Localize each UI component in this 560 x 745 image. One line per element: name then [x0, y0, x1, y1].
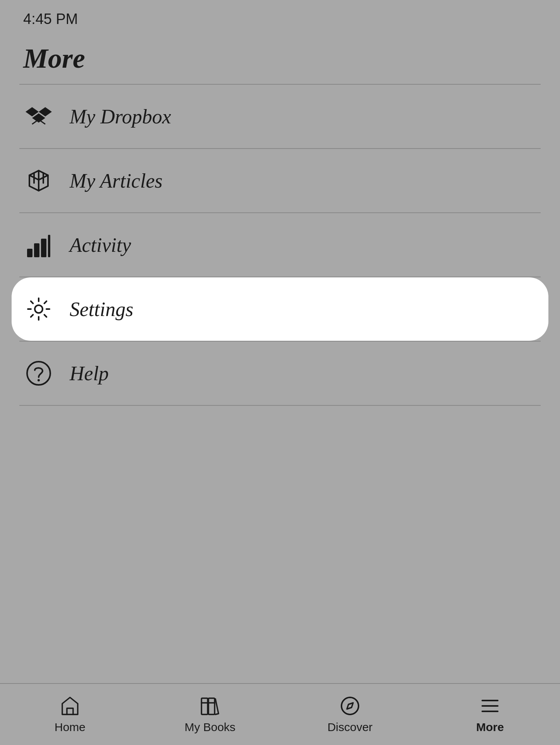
menu-item-articles[interactable]: My Articles — [0, 149, 560, 212]
nav-discover[interactable]: Discover — [280, 695, 420, 734]
nav-more-label: More — [476, 721, 504, 734]
dropbox-label: My Dropbox — [70, 105, 171, 128]
nav-more[interactable]: More — [420, 695, 560, 734]
menu-item-settings[interactable]: Settings — [12, 277, 548, 341]
svg-rect-28 — [208, 698, 215, 714]
articles-label: My Articles — [70, 169, 162, 192]
activity-label: Activity — [70, 234, 131, 256]
status-bar: 4:45 PM — [0, 0, 560, 35]
menu-item-dropbox[interactable]: My Dropbox — [0, 85, 560, 148]
svg-rect-27 — [201, 698, 208, 714]
help-label: Help — [70, 362, 109, 385]
settings-icon — [23, 294, 54, 325]
bottom-nav: Home My Books Discover More — [0, 683, 560, 745]
svg-rect-22 — [41, 239, 46, 257]
svg-rect-21 — [34, 243, 39, 257]
articles-icon — [23, 165, 54, 196]
dropbox-icon — [23, 101, 54, 132]
main-content: More My Dropbox My Articles — [0, 35, 560, 468]
menu-item-help[interactable]: Help — [0, 342, 560, 405]
svg-rect-20 — [27, 249, 32, 257]
svg-rect-23 — [48, 235, 50, 257]
menu-item-activity[interactable]: Activity — [0, 213, 560, 277]
page-title: More — [0, 35, 560, 84]
nav-mybooks[interactable]: My Books — [140, 695, 280, 734]
settings-label: Settings — [70, 298, 133, 321]
svg-point-32 — [341, 697, 359, 714]
divider-5 — [19, 405, 541, 406]
nav-mybooks-label: My Books — [184, 721, 236, 734]
activity-icon — [23, 229, 54, 260]
status-time: 4:45 PM — [23, 11, 78, 27]
svg-point-26 — [38, 379, 40, 381]
nav-home-label: Home — [55, 721, 85, 734]
nav-discover-label: Discover — [328, 721, 373, 734]
nav-home[interactable]: Home — [0, 695, 140, 734]
svg-point-24 — [35, 305, 43, 313]
help-icon — [23, 358, 54, 389]
